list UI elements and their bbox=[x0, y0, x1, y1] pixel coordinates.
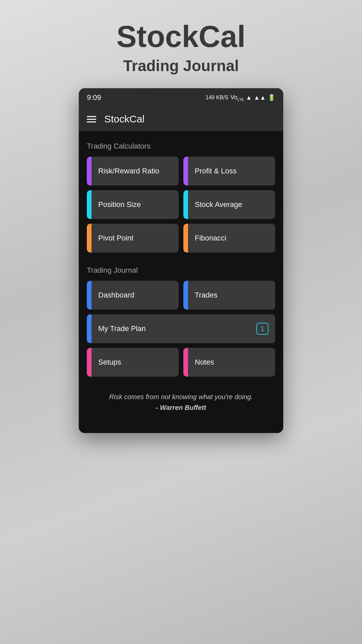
stock-average-label: Stock Average bbox=[188, 200, 275, 209]
app-title-area: StockCal Trading Journal bbox=[0, 0, 362, 88]
notes-button[interactable]: Notes bbox=[183, 348, 275, 377]
trades-button[interactable]: Trades bbox=[183, 281, 275, 310]
calculators-row-1: Risk/Reward Ratio Profit & Loss bbox=[87, 157, 275, 185]
calculators-row-2: Position Size Stock Average bbox=[87, 190, 275, 219]
position-size-button[interactable]: Position Size bbox=[87, 190, 179, 219]
dashboard-button[interactable]: Dashboard bbox=[87, 281, 179, 310]
journal-row-1: Dashboard Trades bbox=[87, 281, 275, 310]
setups-label: Setups bbox=[92, 358, 179, 367]
app-bar: StockCal bbox=[79, 107, 283, 131]
profit-loss-label: Profit & Loss bbox=[188, 167, 275, 175]
volte-icon: VoLTE bbox=[230, 94, 244, 102]
profit-loss-accent bbox=[183, 157, 188, 185]
pivot-point-label: Pivot Point bbox=[92, 234, 179, 243]
quote-author: - Warren Buffett bbox=[94, 402, 268, 413]
my-trade-plan-button[interactable]: My Trade Plan 1 bbox=[87, 314, 275, 343]
quote-area: Risk comes from not knowing what you're … bbox=[87, 381, 275, 420]
app-title: StockCal bbox=[0, 20, 362, 53]
notes-label: Notes bbox=[188, 358, 275, 367]
trade-plan-badge: 1 bbox=[256, 323, 268, 335]
app-bar-title: StockCal bbox=[104, 113, 144, 125]
risk-reward-button[interactable]: Risk/Reward Ratio bbox=[87, 157, 179, 185]
trading-journal-label: Trading Journal bbox=[87, 266, 275, 275]
fibonacci-accent bbox=[183, 224, 188, 253]
fibonacci-label: Fibonacci bbox=[188, 234, 275, 243]
status-bar: 9:09 149 KB/S VoLTE ▲ ▲▲ 🔋 bbox=[79, 88, 283, 107]
position-size-label: Position Size bbox=[92, 200, 179, 209]
quote-text: Risk comes from not knowing what you're … bbox=[94, 391, 268, 402]
stock-average-accent bbox=[183, 190, 188, 219]
setups-accent bbox=[87, 348, 92, 377]
profit-loss-button[interactable]: Profit & Loss bbox=[183, 157, 275, 185]
my-trade-plan-label: My Trade Plan bbox=[92, 324, 256, 333]
battery-icon: 🔋 bbox=[268, 94, 275, 101]
status-time: 9:09 bbox=[87, 93, 101, 102]
risk-reward-accent bbox=[87, 157, 92, 185]
fibonacci-button[interactable]: Fibonacci bbox=[183, 224, 275, 253]
main-content: Trading Calculators Risk/Reward Ratio Pr… bbox=[79, 131, 283, 433]
trades-label: Trades bbox=[188, 291, 275, 300]
setups-button[interactable]: Setups bbox=[87, 348, 179, 377]
dashboard-label: Dashboard bbox=[92, 291, 179, 300]
dashboard-accent bbox=[87, 281, 92, 310]
journal-row-2: My Trade Plan 1 bbox=[87, 314, 275, 343]
stock-average-button[interactable]: Stock Average bbox=[183, 190, 275, 219]
calculators-row-3: Pivot Point Fibonacci bbox=[87, 224, 275, 253]
app-subtitle: Trading Journal bbox=[0, 57, 362, 75]
pivot-point-accent bbox=[87, 224, 92, 253]
trading-calculators-label: Trading Calculators bbox=[87, 142, 275, 151]
position-size-accent bbox=[87, 190, 92, 219]
risk-reward-label: Risk/Reward Ratio bbox=[92, 167, 179, 175]
notes-accent bbox=[183, 348, 188, 377]
my-trade-plan-accent bbox=[87, 314, 92, 343]
journal-row-3: Setups Notes bbox=[87, 348, 275, 377]
hamburger-menu-button[interactable] bbox=[87, 116, 96, 122]
status-icons: 149 KB/S VoLTE ▲ ▲▲ 🔋 bbox=[206, 94, 275, 102]
wifi-icon: ▲ bbox=[246, 94, 252, 101]
page-background: StockCal Trading Journal 9:09 149 KB/S V… bbox=[0, 0, 362, 644]
pivot-point-button[interactable]: Pivot Point bbox=[87, 224, 179, 253]
signal-icon: ▲▲ bbox=[254, 94, 266, 101]
trades-accent bbox=[183, 281, 188, 310]
network-speed: 149 KB/S bbox=[206, 95, 229, 101]
phone-frame: 9:09 149 KB/S VoLTE ▲ ▲▲ 🔋 StockCal Trad… bbox=[79, 88, 283, 433]
